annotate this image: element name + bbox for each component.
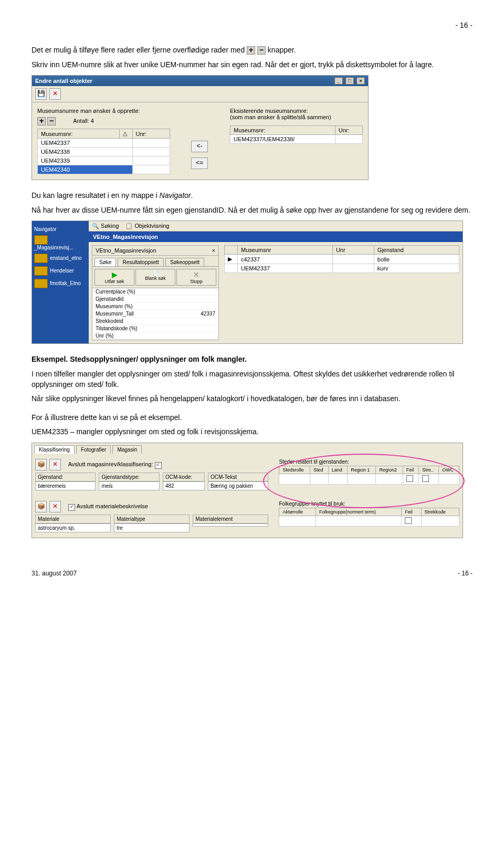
col[interactable]: Aktørrolle <box>279 508 316 516</box>
tab-soking[interactable]: Søking <box>101 223 119 229</box>
param-row[interactable]: Museumsnr (%) <box>92 303 218 310</box>
col[interactable]: Feil <box>402 508 421 516</box>
label-materialtype: Materialtype <box>114 515 190 523</box>
search-params: Currentplace (%) Gjenstandid Museumsnr (… <box>92 288 218 340</box>
checkbox-avslutt[interactable]: ✓ <box>155 462 162 469</box>
table-row[interactable]: UEM42339 <box>38 156 133 165</box>
param-row[interactable]: Unr (%) <box>92 332 218 340</box>
paragraph-4: Nå har hver av disse UEM-numre fått sin … <box>32 205 472 216</box>
run-search-button[interactable]: ▶Utfør søk <box>94 269 134 286</box>
param-row[interactable]: Strekkodeid <box>92 318 218 325</box>
remove-row-icon[interactable]: − <box>47 117 56 125</box>
para3-c: . <box>191 191 193 200</box>
col[interactable]: Stedsrolle <box>279 466 310 474</box>
object-icon[interactable]: 📦 <box>35 459 47 470</box>
col-gjenstand[interactable]: Gjenstand <box>374 246 459 255</box>
col[interactable]: Feil <box>403 466 418 474</box>
tab-objektvisning[interactable]: Objektvisning <box>134 223 169 229</box>
col-museumsnr-r[interactable]: Museumsnr: <box>230 126 335 135</box>
tab-fotografier[interactable]: Fotografier <box>76 445 111 454</box>
col[interactable]: Strekkode <box>421 508 459 516</box>
maximize-icon[interactable]: □ <box>345 77 354 85</box>
param-row[interactable]: Gjenstandid <box>92 296 218 303</box>
tab-resultat[interactable]: Resultatoppsett <box>118 258 164 266</box>
stop-button[interactable]: ✕Stopp <box>176 269 216 286</box>
close-icon[interactable]: × <box>212 247 215 254</box>
para3-b: Navigator <box>160 191 191 200</box>
move-left-button[interactable]: <- <box>191 141 208 152</box>
col[interactable]: Region 1 <box>348 466 376 474</box>
label-materialelement: Materialelement <box>193 515 268 523</box>
tab-magasin[interactable]: Magasin <box>112 445 142 454</box>
chk-avslutt2-label: Avslutt materialebeskrivelse <box>77 503 148 509</box>
paragraph-8: UEM42335 – mangler opplysninger om sted … <box>32 427 472 437</box>
col[interactable]: Folkegruppe(normert term) <box>316 508 402 516</box>
delete-icon[interactable]: ✕ <box>49 88 61 100</box>
tab-sokeopp[interactable]: Søkeoppsett <box>165 258 204 266</box>
col-museumsnr[interactable]: Museumsnr: <box>38 129 120 139</box>
label-ocm: OCM-kode: <box>163 473 205 481</box>
input-ocmtekst[interactable]: Bæring og pakken <box>208 481 268 490</box>
folder-icon <box>34 266 48 276</box>
paragraph-5: I noen tilfeller mangler det opplysninge… <box>32 369 472 390</box>
input-materialtype[interactable]: tre <box>114 523 190 532</box>
paragraph-6: Når slike opplysninger likevel finnes på… <box>32 394 472 404</box>
col[interactable]: Stre.. <box>419 466 439 474</box>
checkbox-avslutt2[interactable]: ✓ <box>68 504 75 511</box>
col-museumsnr[interactable]: Museumsnr <box>238 246 333 255</box>
table-row[interactable] <box>279 474 459 484</box>
tab-soke[interactable]: Søke <box>94 258 116 266</box>
close-icon[interactable]: × <box>356 77 365 85</box>
label-create: Museumsnumre man ønsker å opprette: <box>37 108 170 114</box>
paragraph-3: Du kan lagre resultatet i en ny mappe i … <box>32 191 472 201</box>
table-row[interactable]: UEM42337kurv <box>225 264 459 273</box>
folder-icon <box>34 279 48 288</box>
col-unr[interactable]: Unr: <box>132 129 170 139</box>
sidebar-item[interactable]: fmottak_Etno <box>34 279 87 288</box>
delete-icon[interactable]: ✕ <box>49 501 61 512</box>
sidebar-item[interactable]: enstand_etno <box>34 254 87 263</box>
page-number-top: - 16 - <box>32 21 472 29</box>
table-row[interactable]: UEM42337 <box>38 139 133 148</box>
minimize-icon[interactable]: _ <box>334 77 343 85</box>
delete-icon[interactable]: ✕ <box>49 459 61 470</box>
move-all-left-button[interactable]: <= <box>191 158 208 169</box>
input-gjenstandstype[interactable]: meis <box>99 481 159 490</box>
add-row-icon[interactable]: + <box>37 117 46 125</box>
screenshot-endre-antall: Endre antall objekter _ □ × 💾 ✕ Museumsn… <box>32 75 369 180</box>
input-ocm[interactable]: 482 <box>163 481 205 490</box>
table-row-selected[interactable]: UEM42340 <box>38 165 133 174</box>
input-materiale[interactable]: astrocaryum sp. <box>35 523 111 532</box>
para1-text-b: knapper. <box>268 46 296 54</box>
param-row[interactable]: Currentplace (%) <box>92 288 218 296</box>
table-row[interactable]: UEM42338 <box>38 148 133 156</box>
folk-table: Aktørrolle Folkegruppe(normert term) Fei… <box>279 508 459 527</box>
object-icon[interactable]: 📦 <box>35 501 47 512</box>
label-existing-1: Eksisterende museumsnumre: <box>230 108 363 114</box>
label-gjenstandstype: Gjenstandstype: <box>99 473 159 481</box>
col[interactable]: Region2 <box>376 466 403 474</box>
tab-klassifisering[interactable]: Klassifisering <box>34 445 75 454</box>
blank-search-button[interactable]: 📄Blank søk <box>135 269 175 286</box>
save-icon[interactable]: 💾 <box>35 88 47 100</box>
input-materialelement[interactable] <box>193 523 268 527</box>
label-gjenstand: Gjenstand: <box>35 473 96 481</box>
table-row[interactable] <box>279 516 459 526</box>
table-row[interactable]: UEM42337/UEM42338/ <box>230 135 335 144</box>
col[interactable]: OWC <box>439 466 459 474</box>
col[interactable]: Land <box>328 466 347 474</box>
window-title: Endre antall objekter <box>35 78 92 84</box>
paragraph-2: Skriv inn UEM-numre slik at hver unike U… <box>32 60 472 70</box>
param-row[interactable]: Museumsnr_Tall42337 <box>92 310 218 318</box>
sidebar-item[interactable]: Hendelser <box>34 266 87 276</box>
sidebar-item[interactable]: _Magasinrevisj... <box>34 235 87 250</box>
para3-a: Du kan lagre resultatet i en ny mappe i <box>32 191 160 200</box>
col[interactable]: Sted <box>310 466 328 474</box>
input-gjenstand[interactable]: bæreremeis <box>35 481 96 490</box>
steder-title: Steder relatert til gjenstanden: <box>279 459 459 465</box>
label-materiale: Materiale <box>35 515 111 523</box>
param-row[interactable]: Tilstandskode (%) <box>92 325 218 332</box>
table-row[interactable]: ▶c42337bolle <box>225 255 459 264</box>
col-unr-r[interactable]: Unr: <box>335 126 362 135</box>
col-unr[interactable]: Unr <box>332 246 374 255</box>
